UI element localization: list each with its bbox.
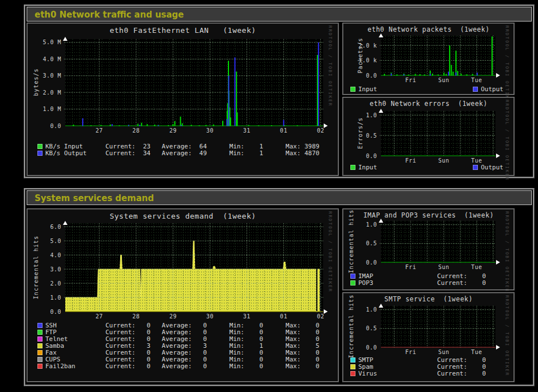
svg-text:01: 01 — [280, 127, 287, 134]
legend-swatch — [37, 350, 43, 355]
svg-text:Fri: Fri — [405, 157, 417, 164]
svg-text:Fri: Fri — [405, 264, 417, 270]
services-demand-chart: 0.01.02.03.04.05.06.027282930310102 — [28, 210, 338, 323]
svg-text:Tue: Tue — [471, 349, 482, 355]
svg-text:1.0: 1.0 — [366, 306, 377, 313]
svg-text:Sun: Sun — [438, 349, 450, 355]
chart-legend: SMTP Current: 0Spam Current: 0Virus Curr… — [350, 357, 486, 377]
svg-text:3.0 M: 3.0 M — [43, 73, 61, 79]
svg-text:6.0: 6.0 — [50, 224, 61, 230]
legend-swatch — [350, 274, 355, 279]
chart-legend: InputOutput — [350, 86, 503, 93]
section-header: System services demand — [27, 190, 532, 205]
svg-text:31: 31 — [243, 313, 251, 319]
panel-network-packets: eth0 Network packets (1week) Packets/s R… — [342, 23, 515, 95]
svg-text:0.5: 0.5 — [366, 133, 377, 139]
panel-smtp: SMTP service (1week) Incremental hits RR… — [342, 292, 515, 382]
legend-swatch — [37, 144, 43, 149]
legend-swatch — [350, 364, 355, 369]
panel-services-demand: System services demand (1week) Increment… — [27, 208, 339, 382]
svg-text:02: 02 — [317, 313, 324, 319]
section-header: eth0 Network traffic and usage — [27, 7, 532, 22]
svg-text:1.0: 1.0 — [366, 112, 377, 118]
svg-text:01: 01 — [280, 313, 287, 319]
svg-text:2.0 M: 2.0 M — [43, 90, 61, 96]
legend-swatch — [37, 330, 43, 335]
svg-text:Sun: Sun — [438, 157, 450, 164]
legend-item: Output — [473, 86, 503, 93]
svg-text:31: 31 — [243, 127, 251, 134]
legend-swatch — [37, 364, 43, 369]
panel-imap-pop3: IMAP and POP3 services (1week) Increment… — [342, 208, 515, 291]
legend-swatch — [350, 87, 355, 92]
panel-lan-traffic: eth0 FastEthernet LAN (1week) bytes/s RR… — [27, 23, 339, 176]
svg-text:2.0: 2.0 — [50, 280, 61, 287]
section-network-traffic: eth0 Network traffic and usage eth0 Fast… — [24, 5, 535, 178]
svg-text:0.5: 0.5 — [366, 240, 377, 246]
legend-swatch — [350, 280, 355, 286]
legend-item: Input — [350, 164, 377, 171]
svg-text:0.0: 0.0 — [366, 259, 377, 266]
legend-swatch — [37, 343, 43, 348]
svg-text:0.0: 0.0 — [50, 309, 61, 315]
svg-text:5.0 M: 5.0 M — [43, 39, 61, 45]
legend-swatch — [37, 336, 43, 342]
section-system-services: System services demand System services d… — [24, 188, 535, 386]
legend-swatch — [350, 371, 355, 376]
svg-text:29: 29 — [170, 127, 177, 134]
legend-text: POP3 Current: 0 — [358, 279, 486, 287]
svg-text:02: 02 — [317, 127, 324, 134]
svg-text:4.0 M: 4.0 M — [43, 56, 61, 62]
chart-legend: InputOutput — [350, 164, 503, 171]
legend-swatch — [473, 165, 478, 170]
chart-legend: SSH Current: 0 Average: 0 Min: 0 Max: 0F… — [37, 322, 319, 370]
chart-legend: IMAP Current: 0POP3 Current: 0 — [350, 273, 486, 287]
svg-text:1.0: 1.0 — [366, 221, 377, 228]
legend-text: KB/s Output Current: 34 Average: 49 Min:… — [45, 150, 319, 157]
network-errors-chart: 0.00.51.0FriSunTue — [344, 98, 514, 164]
legend-row: POP3 Current: 0 — [350, 280, 486, 287]
svg-text:1.0: 1.0 — [50, 295, 61, 301]
legend-swatch — [350, 357, 355, 363]
svg-text:1.0 M: 1.0 M — [43, 106, 61, 112]
panel-network-errors: eth0 Network errors (1week) Errors/s RRD… — [342, 97, 515, 176]
svg-text:Sun: Sun — [438, 264, 450, 270]
monitoring-page: { "rrd_signature": "RRDTOOL / TOBI OETIK… — [0, 0, 538, 392]
svg-text:0.0: 0.0 — [366, 344, 377, 351]
svg-text:Fri: Fri — [405, 349, 417, 355]
svg-text:Sun: Sun — [438, 77, 450, 83]
svg-text:Tue: Tue — [471, 157, 482, 164]
legend-swatch — [37, 323, 43, 328]
svg-text:0.0: 0.0 — [50, 123, 61, 129]
svg-text:Fri: Fri — [405, 77, 417, 83]
svg-text:1.0 k: 1.0 k — [358, 57, 377, 63]
legend-swatch — [37, 151, 43, 156]
legend-swatch — [37, 357, 43, 362]
legend-swatch — [473, 87, 478, 92]
svg-text:4.0: 4.0 — [50, 252, 61, 258]
legend-text: Virus Current: 0 — [358, 370, 486, 377]
lan-traffic-chart: 0.01.0 M2.0 M3.0 M4.0 M5.0 M272829303101… — [28, 24, 338, 137]
chart-legend: KB/s Input Current: 23 Average: 64 Min: … — [37, 143, 319, 157]
legend-swatch — [350, 165, 355, 170]
legend-row: Fail2ban Current: 0 Average: 0 Min: 0 Ma… — [37, 363, 319, 370]
svg-text:0.5: 0.5 — [366, 325, 377, 331]
svg-text:27: 27 — [96, 127, 103, 134]
legend-item: Input — [350, 86, 377, 93]
svg-text:Tue: Tue — [471, 77, 482, 83]
svg-text:0.0: 0.0 — [366, 73, 377, 79]
legend-text: Fail2ban Current: 0 Average: 0 Min: 0 Ma… — [45, 363, 319, 370]
svg-text:28: 28 — [133, 127, 140, 134]
smtp-chart: 0.00.51.0FriSunTue — [344, 293, 514, 356]
legend-row: KB/s Output Current: 34 Average: 49 Min:… — [37, 150, 319, 157]
imap-pop3-chart: 0.00.51.0FriSunTue — [344, 210, 514, 271]
svg-text:28: 28 — [133, 313, 140, 319]
svg-text:29: 29 — [170, 313, 177, 319]
svg-text:3.0: 3.0 — [50, 266, 61, 272]
network-packets-chart: 0.01.0 k2.0 kFriSunTue — [344, 24, 514, 84]
legend-row: Virus Current: 0 — [350, 370, 486, 377]
legend-item: Output — [473, 164, 503, 171]
svg-text:27: 27 — [96, 313, 103, 319]
svg-text:0.0: 0.0 — [366, 153, 377, 159]
svg-text:5.0: 5.0 — [50, 238, 61, 244]
